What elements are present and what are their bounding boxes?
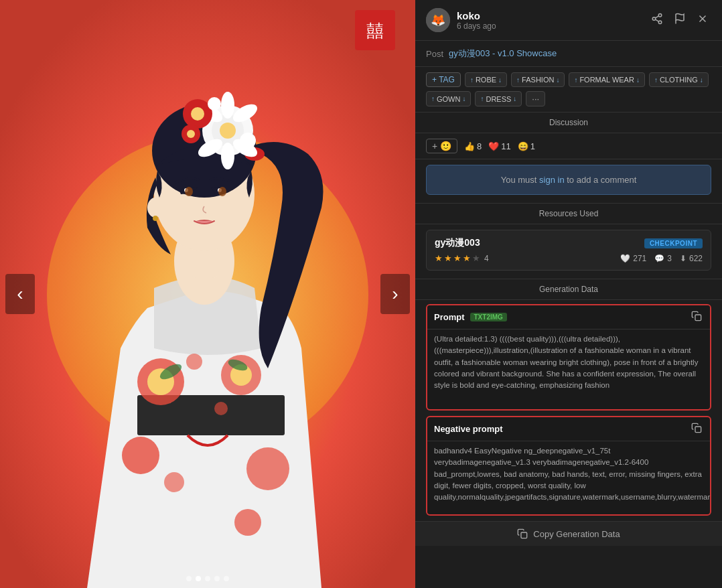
svg-point-26 xyxy=(147,198,163,218)
tag-dress[interactable]: ↑ DRESS ↓ xyxy=(475,91,522,106)
right-panel: 🦊 koko 6 days ago xyxy=(415,0,722,588)
laugh-reaction[interactable]: 😄 1 xyxy=(518,141,535,151)
image-dots xyxy=(186,576,229,581)
header-section: 🦊 koko 6 days ago xyxy=(415,0,722,41)
svg-text:🦊: 🦊 xyxy=(431,13,446,27)
time-ago: 6 days ago xyxy=(457,21,642,31)
close-button[interactable] xyxy=(694,10,711,30)
svg-point-11 xyxy=(186,354,202,370)
prompt-section: Prompt TXT2IMG (Ultra detailed:1.3) ((((… xyxy=(426,304,711,411)
resource-top: gy动漫003 CHECKPOINT xyxy=(435,237,703,249)
negative-prompt-text: badhandv4 EasyNegative ng_deepnegative_v… xyxy=(427,441,710,514)
tag-clothing[interactable]: ↑ CLOTHING ↓ xyxy=(649,72,709,87)
likes-count: 271 xyxy=(633,254,646,263)
image-panel: 囍 xyxy=(0,0,415,588)
dot-3[interactable] xyxy=(205,576,210,581)
comment-text: You must xyxy=(501,175,537,185)
tags-row: + TAG ↑ ROBE ↓ ↑ FASHION ↓ ↑ FORMAL WEAR… xyxy=(415,67,722,113)
negative-prompt-header: Negative prompt xyxy=(427,417,710,441)
prompt-title: Prompt TXT2IMG xyxy=(434,312,507,322)
reactions-row: + 🙂 👍 8 ❤️ 11 😄 1 xyxy=(415,133,722,159)
svg-point-12 xyxy=(214,402,228,415)
copy-prompt-button[interactable] xyxy=(690,309,703,325)
negative-prompt-section: Negative prompt badhandv4 EasyNegative n… xyxy=(426,416,711,516)
header-actions xyxy=(648,10,711,30)
dot-5[interactable] xyxy=(224,576,229,581)
copy-icon xyxy=(517,528,528,539)
svg-line-48 xyxy=(655,19,658,21)
downloads-count: 622 xyxy=(689,254,703,263)
svg-point-47 xyxy=(658,21,662,24)
user-info: koko 6 days ago xyxy=(457,10,642,31)
comments-stat: 💬 3 xyxy=(654,254,672,263)
copy-negative-prompt-button[interactable] xyxy=(690,421,703,437)
post-row: Post gy动漫003 - v1.0 Showcase xyxy=(415,41,722,67)
prompt-header: Prompt TXT2IMG xyxy=(427,305,710,329)
heart-reaction[interactable]: ❤️ 11 xyxy=(488,141,510,151)
svg-text:囍: 囍 xyxy=(366,21,384,41)
dot-2[interactable] xyxy=(196,576,201,581)
prev-image-button[interactable]: ‹ xyxy=(5,274,35,314)
dot-1[interactable] xyxy=(186,576,192,581)
dot-4[interactable] xyxy=(214,576,220,581)
star-count: 4 xyxy=(484,254,489,263)
txt2img-badge: TXT2IMG xyxy=(470,313,507,321)
comment-box: You must sign in to add a comment xyxy=(426,165,711,195)
svg-point-9 xyxy=(122,437,159,474)
svg-point-14 xyxy=(234,509,261,536)
more-tags-button[interactable]: ··· xyxy=(526,91,545,106)
resource-stats: 🤍 271 💬 3 ⬇ 622 xyxy=(620,254,703,263)
svg-point-34 xyxy=(221,143,234,169)
thumbs-up-reaction[interactable]: 👍 8 xyxy=(464,141,482,151)
copy-generation-data-button[interactable]: Copy Generation Data xyxy=(415,521,722,546)
resource-name: gy动漫003 xyxy=(435,237,480,249)
svg-point-31 xyxy=(221,92,234,119)
avatar: 🦊 xyxy=(426,8,450,32)
prompt-text: (Ultra detailed:1.3) ((((best quality)))… xyxy=(427,329,710,409)
tag-formal-wear[interactable]: ↑ FORMAL WEAR ↓ xyxy=(569,72,645,87)
svg-point-13 xyxy=(164,472,184,492)
share-button[interactable] xyxy=(648,10,666,30)
tag-robe[interactable]: ↑ ROBE ↓ xyxy=(465,72,507,87)
likes-stat: 🤍 271 xyxy=(620,254,646,263)
svg-point-24 xyxy=(185,187,193,196)
post-label: Post xyxy=(426,49,443,59)
username: koko xyxy=(457,10,642,21)
star-rating[interactable]: ★ ★ ★ ★ ★ 4 xyxy=(435,253,489,263)
svg-line-49 xyxy=(655,16,658,18)
add-tag-button[interactable]: + TAG xyxy=(426,72,461,87)
svg-point-38 xyxy=(191,107,204,121)
svg-rect-54 xyxy=(695,427,701,433)
checkpoint-badge: CHECKPOINT xyxy=(644,238,703,248)
next-image-button[interactable]: › xyxy=(380,274,410,314)
svg-point-39 xyxy=(240,133,256,149)
resource-bottom: ★ ★ ★ ★ ★ 4 🤍 271 💬 3 ⬇ 622 xyxy=(435,253,703,263)
resource-card: gy动漫003 CHECKPOINT ★ ★ ★ ★ ★ 4 🤍 271 💬 3 xyxy=(426,230,711,271)
svg-point-42 xyxy=(187,130,195,138)
sign-in-link[interactable]: sign in xyxy=(539,175,565,185)
tag-fashion[interactable]: ↑ FASHION ↓ xyxy=(511,72,565,87)
svg-point-27 xyxy=(153,216,158,221)
negative-prompt-title: Negative prompt xyxy=(434,424,503,434)
svg-point-40 xyxy=(208,97,221,111)
svg-point-30 xyxy=(220,123,236,139)
comment-suffix: to add a comment xyxy=(567,175,636,185)
svg-rect-55 xyxy=(521,532,527,538)
svg-point-45 xyxy=(658,14,662,17)
resources-header: Resources Used xyxy=(415,203,722,224)
flag-button[interactable] xyxy=(671,10,689,30)
tag-gown[interactable]: ↑ GOWN ↓ xyxy=(426,91,471,106)
svg-point-10 xyxy=(246,447,289,490)
svg-point-46 xyxy=(652,17,656,21)
svg-point-25 xyxy=(218,187,226,196)
add-reaction-button[interactable]: + 🙂 xyxy=(426,139,457,153)
comments-count: 3 xyxy=(667,254,672,263)
post-link[interactable]: gy动漫003 - v1.0 Showcase xyxy=(449,48,557,60)
generation-header: Generation Data xyxy=(415,279,722,300)
downloads-stat: ⬇ 622 xyxy=(680,254,703,263)
svg-rect-53 xyxy=(695,315,701,321)
discussion-header: Discussion xyxy=(415,113,722,133)
